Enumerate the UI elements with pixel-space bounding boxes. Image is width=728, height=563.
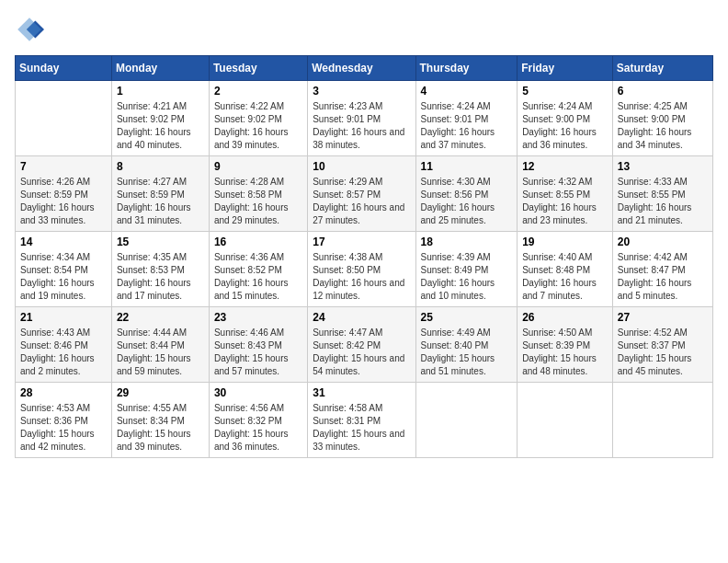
- day-number: 5: [522, 85, 608, 98]
- svg-marker-1: [17, 17, 41, 41]
- day-info: Sunrise: 4:27 AM Sunset: 8:59 PM Dayligh…: [117, 176, 204, 227]
- day-info: Sunrise: 4:55 AM Sunset: 8:34 PM Dayligh…: [117, 402, 204, 454]
- day-number: 8: [117, 160, 204, 173]
- day-info: Sunrise: 4:42 AM Sunset: 8:47 PM Dayligh…: [618, 251, 708, 303]
- calendar-cell: 1Sunrise: 4:21 AM Sunset: 9:02 PM Daylig…: [111, 81, 209, 156]
- day-number: 29: [117, 386, 204, 399]
- day-number: 17: [313, 236, 410, 248]
- day-info: Sunrise: 4:21 AM Sunset: 9:02 PM Dayligh…: [117, 100, 204, 152]
- calendar-cell: 14Sunrise: 4:34 AM Sunset: 8:54 PM Dayli…: [16, 232, 112, 307]
- day-number: 26: [522, 311, 608, 324]
- day-number: 23: [214, 311, 302, 324]
- day-number: 3: [313, 85, 410, 98]
- calendar-cell: [612, 383, 712, 458]
- day-info: Sunrise: 4:39 AM Sunset: 8:49 PM Dayligh…: [421, 251, 513, 303]
- day-number: 25: [421, 311, 513, 324]
- day-number: 14: [20, 236, 107, 248]
- day-info: Sunrise: 4:30 AM Sunset: 8:56 PM Dayligh…: [421, 176, 513, 227]
- calendar-cell: 29Sunrise: 4:55 AM Sunset: 8:34 PM Dayli…: [111, 383, 209, 458]
- day-info: Sunrise: 4:22 AM Sunset: 9:02 PM Dayligh…: [214, 100, 302, 152]
- day-info: Sunrise: 4:56 AM Sunset: 8:32 PM Dayligh…: [214, 402, 302, 454]
- calendar-cell: 10Sunrise: 4:29 AM Sunset: 8:57 PM Dayli…: [308, 156, 415, 232]
- calendar-cell: 22Sunrise: 4:44 AM Sunset: 8:44 PM Dayli…: [111, 307, 209, 383]
- day-info: Sunrise: 4:43 AM Sunset: 8:46 PM Dayligh…: [20, 327, 107, 378]
- day-header-tuesday: Tuesday: [209, 56, 307, 81]
- day-header-friday: Friday: [518, 56, 613, 81]
- calendar-cell: 25Sunrise: 4:49 AM Sunset: 8:40 PM Dayli…: [415, 307, 518, 383]
- week-row-4: 21Sunrise: 4:43 AM Sunset: 8:46 PM Dayli…: [16, 307, 713, 383]
- week-row-5: 28Sunrise: 4:53 AM Sunset: 8:36 PM Dayli…: [16, 383, 713, 458]
- calendar-cell: 8Sunrise: 4:27 AM Sunset: 8:59 PM Daylig…: [111, 156, 209, 232]
- day-info: Sunrise: 4:26 AM Sunset: 8:59 PM Dayligh…: [20, 176, 107, 227]
- week-row-1: 1Sunrise: 4:21 AM Sunset: 9:02 PM Daylig…: [16, 81, 713, 156]
- calendar-cell: 16Sunrise: 4:36 AM Sunset: 8:52 PM Dayli…: [209, 232, 307, 307]
- calendar-cell: 27Sunrise: 4:52 AM Sunset: 8:37 PM Dayli…: [612, 307, 712, 383]
- calendar-cell: 6Sunrise: 4:25 AM Sunset: 9:00 PM Daylig…: [612, 81, 712, 156]
- day-number: 20: [618, 236, 708, 248]
- day-number: 10: [313, 160, 410, 173]
- calendar-table: SundayMondayTuesdayWednesdayThursdayFrid…: [15, 55, 713, 458]
- day-number: 2: [214, 85, 302, 98]
- day-info: Sunrise: 4:58 AM Sunset: 8:31 PM Dayligh…: [313, 402, 410, 454]
- day-number: 31: [313, 386, 410, 399]
- day-number: 18: [421, 236, 513, 248]
- week-row-3: 14Sunrise: 4:34 AM Sunset: 8:54 PM Dayli…: [16, 232, 713, 307]
- day-number: 24: [313, 311, 410, 324]
- day-info: Sunrise: 4:33 AM Sunset: 8:55 PM Dayligh…: [618, 176, 708, 227]
- calendar-cell: [518, 383, 613, 458]
- day-number: 13: [618, 160, 708, 173]
- calendar-cell: 11Sunrise: 4:30 AM Sunset: 8:56 PM Dayli…: [415, 156, 518, 232]
- calendar-cell: 15Sunrise: 4:35 AM Sunset: 8:53 PM Dayli…: [111, 232, 209, 307]
- calendar-cell: 23Sunrise: 4:46 AM Sunset: 8:43 PM Dayli…: [209, 307, 307, 383]
- calendar-cell: [415, 383, 518, 458]
- calendar-cell: 3Sunrise: 4:23 AM Sunset: 9:01 PM Daylig…: [308, 81, 415, 156]
- day-number: 28: [20, 386, 107, 399]
- day-number: 9: [214, 160, 302, 173]
- logo-icon: [15, 15, 44, 44]
- day-number: 7: [20, 160, 107, 173]
- calendar-cell: 26Sunrise: 4:50 AM Sunset: 8:39 PM Dayli…: [518, 307, 613, 383]
- day-number: 27: [618, 311, 708, 324]
- day-number: 16: [214, 236, 302, 248]
- day-number: 21: [20, 311, 107, 324]
- calendar-cell: 13Sunrise: 4:33 AM Sunset: 8:55 PM Dayli…: [612, 156, 712, 232]
- day-number: 30: [214, 386, 302, 399]
- calendar-cell: 20Sunrise: 4:42 AM Sunset: 8:47 PM Dayli…: [612, 232, 712, 307]
- day-number: 19: [522, 236, 608, 248]
- day-info: Sunrise: 4:32 AM Sunset: 8:55 PM Dayligh…: [522, 176, 608, 227]
- day-info: Sunrise: 4:47 AM Sunset: 8:42 PM Dayligh…: [313, 327, 410, 378]
- calendar-cell: 2Sunrise: 4:22 AM Sunset: 9:02 PM Daylig…: [209, 81, 307, 156]
- calendar-cell: 24Sunrise: 4:47 AM Sunset: 8:42 PM Dayli…: [308, 307, 415, 383]
- page-header: [15, 15, 713, 44]
- day-info: Sunrise: 4:34 AM Sunset: 8:54 PM Dayligh…: [20, 251, 107, 303]
- calendar-cell: 9Sunrise: 4:28 AM Sunset: 8:58 PM Daylig…: [209, 156, 307, 232]
- day-header-wednesday: Wednesday: [308, 56, 415, 81]
- calendar-cell: 5Sunrise: 4:24 AM Sunset: 9:00 PM Daylig…: [518, 81, 613, 156]
- days-header-row: SundayMondayTuesdayWednesdayThursdayFrid…: [16, 56, 713, 81]
- day-header-monday: Monday: [111, 56, 209, 81]
- day-info: Sunrise: 4:44 AM Sunset: 8:44 PM Dayligh…: [117, 327, 204, 378]
- calendar-cell: 31Sunrise: 4:58 AM Sunset: 8:31 PM Dayli…: [308, 383, 415, 458]
- day-number: 11: [421, 160, 513, 173]
- day-info: Sunrise: 4:40 AM Sunset: 8:48 PM Dayligh…: [522, 251, 608, 303]
- day-header-saturday: Saturday: [612, 56, 712, 81]
- logo: [15, 15, 48, 44]
- calendar-cell: 12Sunrise: 4:32 AM Sunset: 8:55 PM Dayli…: [518, 156, 613, 232]
- day-info: Sunrise: 4:50 AM Sunset: 8:39 PM Dayligh…: [522, 327, 608, 378]
- day-info: Sunrise: 4:25 AM Sunset: 9:00 PM Dayligh…: [618, 100, 708, 152]
- day-info: Sunrise: 4:46 AM Sunset: 8:43 PM Dayligh…: [214, 327, 302, 378]
- calendar-cell: [16, 81, 112, 156]
- day-number: 1: [117, 85, 204, 98]
- day-info: Sunrise: 4:36 AM Sunset: 8:52 PM Dayligh…: [214, 251, 302, 303]
- day-number: 15: [117, 236, 204, 248]
- calendar-cell: 4Sunrise: 4:24 AM Sunset: 9:01 PM Daylig…: [415, 81, 518, 156]
- calendar-cell: 17Sunrise: 4:38 AM Sunset: 8:50 PM Dayli…: [308, 232, 415, 307]
- day-header-thursday: Thursday: [415, 56, 518, 81]
- day-info: Sunrise: 4:35 AM Sunset: 8:53 PM Dayligh…: [117, 251, 204, 303]
- day-info: Sunrise: 4:23 AM Sunset: 9:01 PM Dayligh…: [313, 100, 410, 152]
- day-number: 12: [522, 160, 608, 173]
- day-number: 4: [421, 85, 513, 98]
- day-info: Sunrise: 4:38 AM Sunset: 8:50 PM Dayligh…: [313, 251, 410, 303]
- day-info: Sunrise: 4:28 AM Sunset: 8:58 PM Dayligh…: [214, 176, 302, 227]
- calendar-cell: 19Sunrise: 4:40 AM Sunset: 8:48 PM Dayli…: [518, 232, 613, 307]
